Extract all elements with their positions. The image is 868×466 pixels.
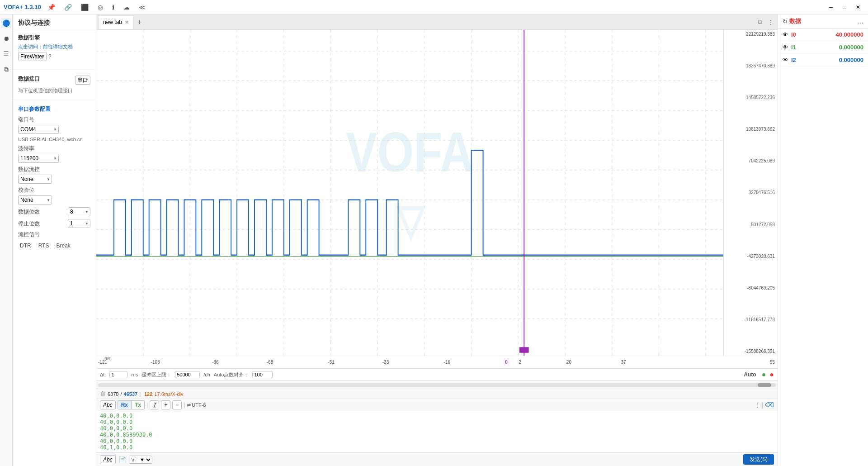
svg-text:VOFA: VOFA [346, 120, 473, 183]
right-panel-header: ↻ 数据 … [778, 14, 868, 29]
maximize-button[interactable]: □ [838, 1, 851, 14]
delta-t-input[interactable] [109, 371, 127, 378]
minimize-button[interactable]: ─ [825, 1, 837, 14]
encoding-label: ⇌ UTF-8 [187, 402, 206, 408]
record-icon[interactable]: ⏺ [2, 33, 11, 43]
data-count3: 122 [144, 391, 152, 397]
port-select[interactable]: COM4 [18, 125, 59, 134]
rts-button[interactable]: RTS [37, 242, 51, 250]
buffer-input[interactable] [175, 371, 200, 378]
stop-bits-select[interactable]: 1 [68, 219, 90, 228]
x-unit: ms [104, 356, 110, 361]
baud-row: 115200 [18, 154, 90, 163]
data-bits-select[interactable]: 8 [68, 207, 90, 216]
serial-data-area: 40,0,0,0.040,0,0,0.040,0,0,0.040,0,0,858… [96, 411, 778, 452]
scrollbar-track[interactable] [98, 383, 776, 387]
i0-value: 40.000000 [836, 31, 863, 38]
menu-icon[interactable]: ≪ [136, 3, 148, 12]
send-file-button[interactable]: 📄 [118, 456, 126, 463]
tx-button[interactable]: Tx [132, 401, 144, 409]
fingerprint-icon[interactable]: ☁ [121, 3, 132, 12]
box-icon[interactable]: ⬛ [78, 3, 91, 12]
serial-config-title[interactable]: 串口参数配置 [18, 105, 90, 113]
x-label--51: -51 [328, 360, 334, 365]
i1-eye-icon[interactable]: 👁 [783, 44, 788, 51]
serial-clear-button[interactable]: ⌫ [765, 401, 774, 409]
chart-controls: Δt: ms 缓冲区上限： /ch Auto点数对齐： Auto ● ● [96, 368, 778, 380]
parity-row: None [18, 195, 90, 204]
x-label--33: -33 [382, 360, 389, 365]
break-button[interactable]: Break [54, 242, 72, 250]
y-label-8: -8044769.205 [726, 285, 775, 290]
tab-more-icon[interactable]: ⋮ [766, 18, 776, 27]
send-bar: Abc 📄 \n ▼ 发送(S) [96, 452, 778, 466]
data-engine-link[interactable]: 点击访问：前往详细文档 [18, 43, 90, 50]
tab-label: new tab [103, 19, 122, 25]
tab-new[interactable]: new tab ✕ [98, 15, 134, 29]
serial-line-2: 40,0,0,0.0 [100, 425, 774, 432]
abc-format-button[interactable]: Abc [100, 400, 116, 409]
x-label-55: 55 [770, 360, 775, 365]
font-decrease-button[interactable]: − [172, 400, 182, 409]
y-label-3: 10813973.662 [726, 127, 775, 132]
list-icon[interactable]: ☰ [2, 49, 10, 59]
serial-line-5: 40,1,0,0.0 [100, 444, 774, 451]
help-icon[interactable]: ? [48, 53, 52, 60]
tabs-bar: new tab ✕ + ⧉ ⋮ [96, 14, 778, 30]
i2-eye-icon[interactable]: 👁 [783, 57, 788, 63]
rx-button[interactable]: Rx [118, 401, 132, 409]
auto-button[interactable]: Auto [744, 371, 756, 378]
interface-select[interactable]: 串口 [75, 76, 90, 85]
protocol-select-wrap: FireWater [18, 52, 47, 61]
refresh-icon[interactable]: ↻ [783, 18, 788, 25]
data-time: 17.6ms/X-div [154, 391, 183, 397]
serial-more-button[interactable]: ⋮ [755, 402, 760, 408]
divider1: | [146, 402, 148, 408]
pin-icon[interactable]: 📌 [45, 3, 58, 12]
target-icon[interactable]: ◎ [95, 3, 106, 12]
send-abc-button[interactable]: Abc [100, 455, 116, 464]
i1-value: 0.000000 [839, 44, 863, 51]
dtr-button[interactable]: DTR [18, 242, 33, 250]
app-logo: VOFA+ 1.3.10 [4, 4, 41, 10]
protocol-select[interactable]: FireWater [18, 52, 47, 61]
connection-icon[interactable]: 🔵 [1, 18, 11, 28]
divider2: | [184, 402, 185, 408]
flow-ctrl-select-wrap: None [18, 175, 52, 184]
channel-i0-row: 👁 I0 40.000000 [778, 29, 868, 41]
titlebar: VOFA+ 1.3.10 📌 🔗 ⬛ ◎ ℹ ☁ ≪ ─ □ ✕ [0, 0, 868, 14]
align-button[interactable]: T̲ [150, 400, 159, 409]
serial-line-0: 40,0,0,0.0 [100, 413, 774, 419]
auto-points-input[interactable] [252, 371, 273, 378]
newline-select[interactable]: ▼ [138, 456, 152, 463]
auto-points-label: Auto点数对齐： [214, 371, 249, 378]
data-engine-section: 数据引擎 点击访问：前往详细文档 FireWater ? [13, 30, 96, 67]
tab-close-button[interactable]: ✕ [125, 19, 129, 25]
parity-select[interactable]: None [18, 195, 52, 204]
data-bits-label: 数据位数 [18, 208, 40, 216]
copy-icon[interactable]: ⧉ [3, 64, 10, 75]
tab-add-button[interactable]: + [135, 17, 144, 27]
port-row: COM4 [18, 125, 90, 134]
font-increase-button[interactable]: + [161, 400, 170, 409]
y-label-6: -501272.058 [726, 222, 775, 227]
close-button[interactable]: ✕ [852, 1, 864, 14]
i0-eye-icon[interactable]: 👁 [783, 31, 788, 38]
info-icon[interactable]: ℹ [109, 3, 117, 12]
svg-text:▽: ▽ [396, 197, 425, 244]
delta-t-label: Δt: [100, 372, 106, 377]
x-label--86: -86 [212, 360, 218, 365]
baud-select[interactable]: 115200 [18, 154, 59, 163]
right-panel-more-button[interactable]: … [857, 18, 863, 25]
i0-label: I0 [791, 31, 796, 38]
scrollbar-thumb[interactable] [758, 383, 771, 387]
flow-ctrl-select[interactable]: None [18, 175, 52, 184]
chart-scrollbar[interactable] [96, 380, 778, 389]
tab-copy-icon[interactable]: ⧉ [756, 17, 764, 27]
chart-svg: VOFA ▽ [96, 30, 723, 356]
link-icon[interactable]: 🔗 [61, 3, 75, 12]
clear-data-button[interactable]: 🗑 [100, 390, 106, 397]
chart-svg-area[interactable]: VOFA ▽ [96, 30, 723, 356]
chart-wrapper: VOFA ▽ [96, 30, 778, 356]
send-button[interactable]: 发送(S) [743, 454, 774, 465]
